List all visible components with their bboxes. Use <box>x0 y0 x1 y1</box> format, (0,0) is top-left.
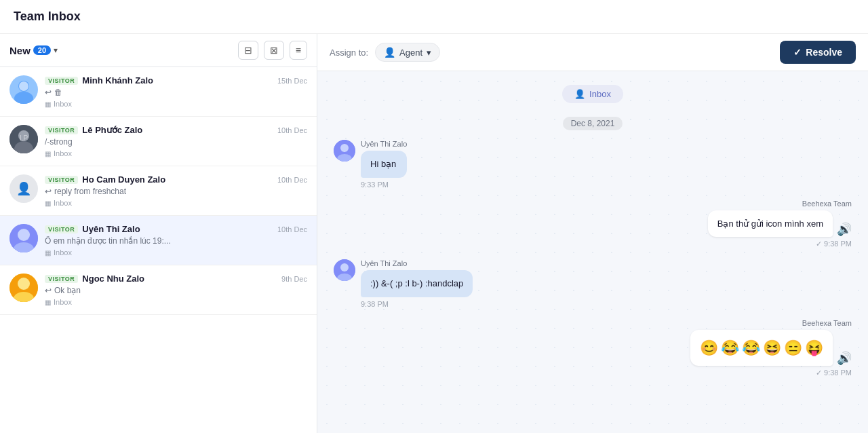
msg-time: 9:33 PM <box>361 181 407 189</box>
chat-header: Assign to: 👤 Agent ▾ ✓ Resolve <box>317 34 868 71</box>
msg-bubble: Bạn thử gửi icon mình xem <box>708 210 833 238</box>
msg-row-received: Uyên Thi Zalo Hi bạn 9:33 PM <box>334 140 852 189</box>
date-divider: Dec 8, 2021 <box>334 117 852 129</box>
visitor-badge: VISITOR <box>45 225 78 233</box>
conv-header: VISITOR Ngoc Nhu Zalo 9th Dec <box>45 274 307 284</box>
assign-label: Assign to: <box>330 48 368 58</box>
inbox-icon: ▦ <box>45 100 51 108</box>
resolve-label: Resolve <box>806 47 842 58</box>
conv-inbox: ▦ Inbox <box>45 248 307 257</box>
emoji-4: 😆 <box>763 337 781 359</box>
left-panel: New 20 ▾ ⊟ ⊠ ≡ <box>0 34 317 433</box>
filter-icon: ⊠ <box>270 45 278 56</box>
msg-content: Uyên Thi Zalo Hi bạn 9:33 PM <box>361 140 407 189</box>
emoji-1: 😊 <box>700 337 718 359</box>
conv-name: Lê Phước Zalo <box>82 125 142 135</box>
conv-name: Ho Cam Duyen Zalo <box>82 174 165 185</box>
inbox-pill-icon: 👤 <box>574 89 585 99</box>
msg-sender: Uyên Thi Zalo <box>361 140 407 148</box>
conv-item[interactable]: VISITOR Ngoc Nhu Zalo 9th Dec ↩ Ok bạn ▦… <box>0 265 317 315</box>
sent-sender: Beehexa Team <box>802 200 852 208</box>
svg-text:LP: LP <box>20 134 28 142</box>
msg-time: ✓ 9:38 PM <box>816 369 852 377</box>
settings-icon-btn[interactable]: ≡ <box>290 41 307 60</box>
conv-inbox: ▦ Inbox <box>45 199 307 207</box>
conv-preview: Ô em nhận được tin nhắn lúc 19:... <box>45 236 307 246</box>
conv-body: VISITOR Minh Khánh Zalo 15th Dec ↩ 🗑 ▦ I… <box>45 75 307 108</box>
sent-wrapper: Beehexa Team 😊 😂 😂 😆 😑 😝 <box>690 319 852 377</box>
conv-body: VISITOR Uyên Thi Zalo 10th Dec Ô em nhận… <box>45 224 307 257</box>
conv-inbox: ▦ Inbox <box>45 100 307 108</box>
app-container: Team Inbox New 20 ▾ ⊟ ⊠ ≡ <box>0 0 868 433</box>
msg-bubble-emoji: 😊 😂 😂 😆 😑 😝 <box>690 330 833 366</box>
main-area: New 20 ▾ ⊟ ⊠ ≡ <box>0 34 868 433</box>
svg-point-1 <box>14 92 33 104</box>
conv-preview: ↩ 🗑 <box>45 88 307 97</box>
agent-chevron: ▾ <box>427 48 431 58</box>
avatar <box>9 224 38 252</box>
avatar-img <box>9 274 38 302</box>
msg-sender: Uyên Thi Zalo <box>361 259 473 267</box>
emoji-6: 😝 <box>805 337 823 359</box>
sort-icon-btn[interactable]: ⊟ <box>238 41 258 60</box>
agent-btn[interactable]: 👤 Agent ▾ <box>375 43 440 62</box>
app-title: Team Inbox <box>14 10 854 24</box>
conv-inbox: ▦ Inbox <box>45 149 307 157</box>
conv-item[interactable]: VISITOR Minh Khánh Zalo 15th Dec ↩ 🗑 ▦ I… <box>0 67 317 117</box>
msg-time: 9:38 PM <box>361 300 473 308</box>
reply-icon: ↩ <box>45 187 52 196</box>
reply-icon: ↩ <box>45 286 52 295</box>
msg-time: ✓ 9:38 PM <box>816 240 852 248</box>
inbox-label: Inbox <box>54 248 72 257</box>
new-chevron-btn[interactable]: ▾ <box>54 45 58 55</box>
agent-icon: 👤 <box>384 47 395 58</box>
conv-item-active[interactable]: VISITOR Uyên Thi Zalo 10th Dec Ô em nhận… <box>0 216 317 265</box>
emoji-3: 😂 <box>742 337 760 359</box>
visitor-badge: VISITOR <box>45 77 78 85</box>
emoji-2: 😂 <box>721 337 739 359</box>
visitor-badge: VISITOR <box>45 176 78 184</box>
msg-row-sent-emoji: Beehexa Team 😊 😂 😂 😆 😑 😝 <box>334 319 852 377</box>
msg-avatar <box>334 259 355 281</box>
conv-time: 10th Dec <box>277 225 307 233</box>
sent-wrapper: Beehexa Team Bạn thử gửi icon mình xem 🔊… <box>708 200 852 249</box>
filter-icon-btn[interactable]: ⊠ <box>264 41 284 60</box>
msg-check: ✓ <box>816 240 822 248</box>
inbox-pill-inner: 👤 Inbox <box>562 85 623 103</box>
inbox-label: Inbox <box>54 298 72 306</box>
msg-avatar-img <box>334 259 355 281</box>
sent-sender: Beehexa Team <box>802 319 852 327</box>
conv-item[interactable]: LP VISITOR Lê Phước Zalo 10th Dec /-stro… <box>0 117 317 166</box>
agent-label: Agent <box>399 48 422 58</box>
attach-icon: 🗑 <box>54 88 62 97</box>
conv-body: VISITOR Ho Cam Duyen Zalo 10th Dec ↩ rep… <box>45 174 307 207</box>
resolve-btn[interactable]: ✓ Resolve <box>780 41 856 64</box>
avatar-placeholder: 👤 <box>16 181 31 196</box>
conv-body: VISITOR Ngoc Nhu Zalo 9th Dec ↩ Ok bạn ▦… <box>45 274 307 306</box>
right-panel: Assign to: 👤 Agent ▾ ✓ Resolve 👤 <box>317 34 868 433</box>
conv-header: VISITOR Uyên Thi Zalo 10th Dec <box>45 224 307 234</box>
inbox-icon: ▦ <box>45 200 51 207</box>
visitor-badge: VISITOR <box>45 275 78 283</box>
msg-row-sent: Beehexa Team Bạn thử gửi icon mình xem 🔊… <box>334 200 852 249</box>
conv-item[interactable]: 👤 VISITOR Ho Cam Duyen Zalo 10th Dec ↩ r… <box>0 166 317 216</box>
avatar-img <box>9 75 38 104</box>
chat-messages[interactable]: 👤 Inbox Dec 8, 2021 <box>317 71 868 433</box>
conv-time: 9th Dec <box>281 275 307 283</box>
inbox-icon: ▦ <box>45 249 51 257</box>
new-label: New <box>9 45 31 56</box>
msg-avatar <box>334 140 355 162</box>
reply-icon: ↩ <box>45 88 52 97</box>
conv-body: VISITOR Lê Phước Zalo 10th Dec /-strong … <box>45 125 307 157</box>
conv-preview: ↩ reply from freshchat <box>45 187 307 196</box>
date-label: Dec 8, 2021 <box>563 117 623 130</box>
avatar: LP <box>9 125 38 153</box>
visitor-badge: VISITOR <box>45 126 78 134</box>
svg-point-11 <box>18 278 30 290</box>
audio-icon: 🔊 <box>837 222 852 237</box>
conv-header: VISITOR Lê Phước Zalo 10th Dec <box>45 125 307 135</box>
svg-point-8 <box>18 229 30 241</box>
emoji-row: 😊 😂 😂 😆 😑 😝 <box>700 337 823 359</box>
conv-time: 10th Dec <box>277 176 307 184</box>
conv-preview: ↩ Ok bạn <box>45 286 307 295</box>
